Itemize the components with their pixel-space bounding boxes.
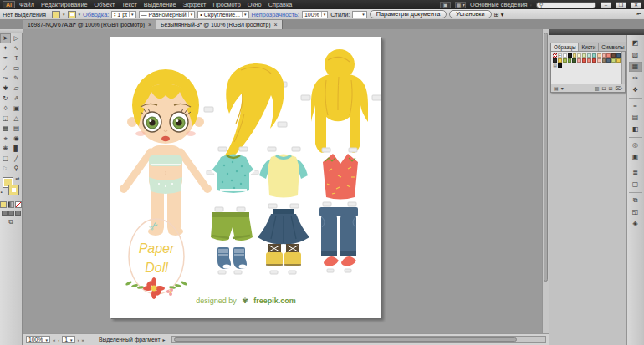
gradient-tool-icon[interactable]: ▤ xyxy=(11,124,22,134)
transform-panel-icon[interactable]: ◱ xyxy=(629,207,642,217)
minimize-button[interactable]: – xyxy=(601,2,611,8)
doll-figure[interactable] xyxy=(120,69,212,236)
swatch[interactable] xyxy=(587,53,591,58)
blob-brush-tool-icon[interactable]: ✱ xyxy=(0,84,11,94)
menu-item[interactable]: Справка xyxy=(268,1,293,8)
menu-item[interactable]: Редактирование xyxy=(41,1,88,8)
menu-item[interactable]: Выделение xyxy=(144,1,176,8)
swatch[interactable] xyxy=(558,58,562,63)
swatch[interactable] xyxy=(616,53,621,58)
shorts-green[interactable] xyxy=(211,207,253,241)
default-fill-stroke-icon[interactable]: ▪ xyxy=(1,190,3,195)
pencil-tool-icon[interactable]: ✎ xyxy=(11,74,22,84)
swatch[interactable] xyxy=(616,58,621,63)
width-tool-icon[interactable]: ◊ xyxy=(0,104,11,114)
artboard[interactable]: ✂ Paper Doll xyxy=(110,37,381,318)
swatch[interactable] xyxy=(602,53,606,58)
gradient-mode-button[interactable] xyxy=(8,201,14,208)
eraser-tool-icon[interactable]: ▱ xyxy=(11,84,22,94)
swatch[interactable] xyxy=(577,58,581,63)
direct-selection-tool-icon[interactable]: ▷ xyxy=(11,33,22,43)
restore-button[interactable]: ❐ xyxy=(616,2,626,8)
lasso-tool-icon[interactable]: ∿ xyxy=(11,43,22,53)
zoom-level-dropdown[interactable]: 100% ▾ xyxy=(26,336,50,343)
color-panel-icon[interactable]: ◩ xyxy=(629,38,642,48)
brushes-panel-icon[interactable]: ✑ xyxy=(629,74,642,84)
swatch-kinds-icon[interactable]: ▾ xyxy=(561,85,564,91)
arrange-documents-icon[interactable]: ▣ xyxy=(440,2,451,8)
line-segment-tool-icon[interactable]: ∕ xyxy=(0,63,11,74)
first-artboard-button[interactable]: « xyxy=(53,337,55,342)
artboard-tool-icon[interactable]: ▢ xyxy=(0,154,11,164)
perspective-grid-tool-icon[interactable]: △ xyxy=(11,114,22,124)
chevron-down-icon[interactable]: ▾ xyxy=(188,12,193,17)
document-setup-button[interactable]: Параметры документа xyxy=(370,10,447,18)
swatch[interactable] xyxy=(563,53,567,58)
last-artboard-button[interactable]: » xyxy=(82,337,84,342)
divider[interactable] xyxy=(629,98,642,99)
delete-swatch-icon[interactable]: ⌦ xyxy=(616,85,622,91)
artboards-panel-icon[interactable]: ▢ xyxy=(629,180,642,190)
swatch[interactable] xyxy=(597,58,601,63)
horizontal-scrollbar-thumb[interactable] xyxy=(174,337,518,342)
slice-tool-icon[interactable]: ╱ xyxy=(11,154,22,164)
swatches-panel-icon[interactable]: ▦ xyxy=(629,62,642,72)
pen-tool-icon[interactable]: ✒ xyxy=(0,53,11,63)
fill-color-swatch[interactable] xyxy=(52,11,60,18)
chevron-down-icon[interactable]: ▾ xyxy=(45,337,48,342)
layout-icon[interactable]: ▦ ▾ xyxy=(455,2,466,8)
swatch[interactable] xyxy=(582,58,586,63)
close-icon[interactable]: × xyxy=(274,22,278,28)
chevron-down-icon[interactable]: ▾ xyxy=(79,12,81,17)
transparency-panel-icon[interactable]: ◧ xyxy=(629,124,642,134)
close-button[interactable]: ✕ xyxy=(631,2,641,8)
screen-mode-button[interactable] xyxy=(15,211,21,216)
document-tab-active[interactable]: Безымянный-3* @ 100% (RGB/Просмотр) × xyxy=(156,20,283,29)
shape-builder-tool-icon[interactable]: ◱ xyxy=(0,114,11,124)
screen-mode-button[interactable] xyxy=(8,211,14,216)
panel-options-icon[interactable]: ⊞ ▾ xyxy=(494,11,504,18)
menu-item[interactable]: Эффект xyxy=(182,1,206,8)
document-tab[interactable]: 16987-NQV67A.ai* @ 100% (RGB/Просмотр) × xyxy=(23,20,156,29)
artboard-number-dropdown[interactable]: 1 ▾ xyxy=(62,336,74,343)
swatch[interactable] xyxy=(572,58,576,63)
swatch[interactable] xyxy=(606,58,611,63)
draw-modes-icon[interactable]: ⧉ xyxy=(8,218,13,226)
top-yellow-teal-sleeves[interactable] xyxy=(259,147,308,198)
divider[interactable] xyxy=(629,192,642,193)
hairstyle-bun[interactable] xyxy=(301,49,381,153)
mesh-tool-icon[interactable]: ▦ xyxy=(0,124,11,134)
stroke-panel-icon[interactable]: ≡ xyxy=(629,101,642,111)
horizontal-scrollbar[interactable] xyxy=(171,336,546,343)
chevron-down-icon[interactable]: ▾ xyxy=(129,12,134,17)
symbols-panel-icon[interactable]: ❖ xyxy=(629,85,642,95)
swatch[interactable] xyxy=(611,53,616,58)
top-coral-cami[interactable] xyxy=(322,148,358,200)
swatch[interactable] xyxy=(568,58,572,63)
vertical-scrollbar[interactable] xyxy=(542,29,549,333)
free-transform-tool-icon[interactable]: ▣ xyxy=(11,104,22,114)
screen-mode-button[interactable] xyxy=(2,211,8,216)
next-artboard-button[interactable]: › xyxy=(78,337,79,342)
color-guide-panel-icon[interactable]: ▧ xyxy=(629,50,642,60)
menu-item[interactable]: Файл xyxy=(19,1,34,8)
menu-item[interactable]: Окно xyxy=(248,1,262,8)
style-dropdown[interactable]: ▾ xyxy=(352,11,366,18)
chevron-down-icon[interactable]: ▾ xyxy=(321,12,326,17)
chevron-down-icon[interactable]: ▾ xyxy=(360,12,365,17)
stroke-panel-link[interactable]: Обводка: xyxy=(83,11,109,18)
swatch[interactable] xyxy=(592,58,596,63)
opacity-panel-link[interactable]: Непрозрачность: xyxy=(252,11,299,18)
color-group-folder[interactable]: ▤ xyxy=(553,63,557,68)
color-mode-button[interactable] xyxy=(0,201,7,208)
flats-coral[interactable] xyxy=(324,256,356,272)
opacity-field[interactable]: 100% ▾ xyxy=(302,11,328,18)
rectangle-tool-icon[interactable]: ▭ xyxy=(11,63,22,74)
close-icon[interactable]: × xyxy=(148,22,151,28)
gradient-panel-icon[interactable]: ▤ xyxy=(629,113,642,123)
swatch[interactable] xyxy=(602,58,606,63)
previous-artboard-button[interactable]: ‹ xyxy=(58,337,59,342)
swatch-libraries-icon[interactable]: ▤ xyxy=(554,85,559,91)
swatch[interactable] xyxy=(592,53,596,58)
swatch[interactable] xyxy=(573,53,577,58)
